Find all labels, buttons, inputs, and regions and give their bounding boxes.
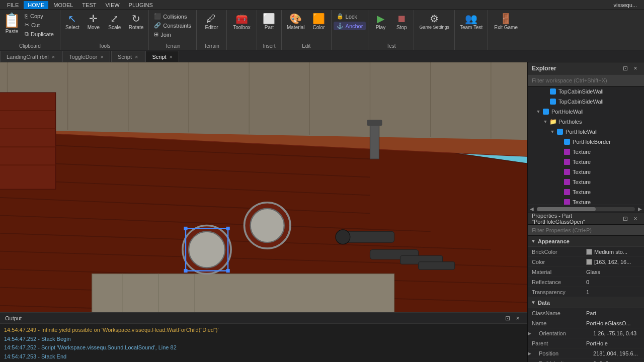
tree-item-topcabinsidewall-1[interactable]: TopCabinSideWall — [528, 86, 644, 97]
tree-item-portholewall-child[interactable]: ▼ PortHoleWall — [528, 127, 644, 137]
tree-label: PortHoleWall — [566, 129, 598, 135]
menu-model[interactable]: MODEL — [49, 1, 77, 9]
tab-close-landingcraft[interactable]: × — [52, 54, 55, 60]
prop-position[interactable]: ▶ Position 2181.004, 195.6... — [528, 348, 644, 358]
menu-file[interactable]: FILE — [3, 1, 23, 9]
viewport[interactable]: Output ⊡ × 14:54:47.249 - Infinite yield… — [0, 62, 527, 362]
prop-parent[interactable]: Parent PortHole — [528, 338, 644, 348]
orientation-expand[interactable]: ▶ — [528, 331, 535, 336]
part-button[interactable]: ⬜ Part — [259, 12, 279, 32]
stop-button[interactable]: ⏹ Stop — [391, 12, 412, 32]
tools-label: Tools — [62, 43, 146, 49]
scroll-left-button[interactable]: ◀ — [528, 205, 536, 213]
svg-rect-45 — [226, 269, 230, 273]
menu-test[interactable]: TEST — [78, 1, 100, 9]
scroll-track[interactable] — [537, 207, 635, 211]
copy-button[interactable]: ⎘ Copy — [22, 12, 57, 20]
select-button[interactable]: ↖ Select — [62, 12, 83, 32]
prop-brickcolor[interactable]: BrickColor Medium sto... — [528, 247, 644, 257]
prop-value-rotvelocity: 0, 0, 0 — [590, 360, 644, 363]
color-button[interactable]: 🟧 Color — [309, 12, 329, 32]
menu-bar: FILE HOME MODEL TEST VIEW PLUGINS visseq… — [0, 0, 644, 10]
tree-label: Texture — [573, 179, 591, 185]
properties-filter-input[interactable] — [532, 227, 640, 233]
tab-landingcraft[interactable]: LandingCraft.rbxl × — [0, 51, 61, 62]
output-content: 14:54:47.249 - Infinite yield possible o… — [0, 324, 527, 362]
explorer-filter-input[interactable] — [532, 77, 640, 83]
prop-transparency[interactable]: Transparency 1 — [528, 287, 644, 297]
data-section-header[interactable]: ▼ Data — [528, 297, 644, 308]
prop-name[interactable]: Name PortHoleGlassO... — [528, 318, 644, 328]
folder-icon: 📁 — [549, 118, 557, 126]
exit-game-button[interactable]: 🚪 Exit Game — [491, 12, 521, 32]
join-button[interactable]: ⊞ Join — [151, 30, 174, 39]
prop-value-position: 2181.004, 195.6... — [590, 350, 644, 356]
move-button[interactable]: ✛ Move — [84, 12, 104, 32]
scroll-right-button[interactable]: ▶ — [636, 205, 644, 213]
output-close-button[interactable]: × — [513, 314, 522, 323]
brick-icon — [563, 138, 571, 146]
prop-orientation[interactable]: ▶ Orientation 1.26, -75.16, 0.43 — [528, 328, 644, 338]
menu-home[interactable]: HOME — [24, 1, 48, 9]
game-settings-button[interactable]: ⚙ Game Settings — [416, 12, 452, 31]
duplicate-button[interactable]: ⧉ Duplicate — [22, 30, 57, 38]
team-test-button[interactable]: 👥 Team Test — [457, 12, 486, 32]
menu-view[interactable]: VIEW — [101, 1, 123, 9]
tree-horizontal-scroll[interactable]: ◀ ▶ — [528, 205, 644, 213]
explorer-close-button[interactable]: × — [631, 64, 640, 73]
play-button[interactable]: ▶ Play — [370, 12, 390, 32]
prop-value-parent: PortHole — [583, 340, 644, 346]
tab-close-toggledoor[interactable]: × — [100, 54, 103, 60]
tab-label: ToggleDoor — [69, 54, 97, 60]
lock-button[interactable]: 🔒 Lock — [334, 12, 360, 21]
paste-button[interactable]: 📋 Paste — [3, 12, 21, 34]
ribbon: 📋 Paste ⎘ Copy ✂ Cut ⧉ Duplicate Clipboa… — [0, 10, 644, 50]
svg-point-36 — [189, 231, 225, 267]
editor-button[interactable]: 🖊 Editor — [201, 12, 221, 32]
output-title: Output — [5, 315, 22, 321]
explorer-float-button[interactable]: ⊡ — [621, 64, 630, 73]
prop-reflectance[interactable]: Reflectance 0 — [528, 277, 644, 287]
cut-button[interactable]: ✂ Cut — [22, 21, 57, 29]
tab-close-script2[interactable]: × — [170, 54, 173, 60]
position-expand[interactable]: ▶ — [528, 351, 535, 356]
prop-name-position: Position — [535, 350, 590, 356]
properties-close-button[interactable]: × — [631, 214, 640, 223]
collisions-button[interactable]: ⬛ Collisions — [151, 12, 190, 21]
prop-classname[interactable]: ClassName Part — [528, 308, 644, 318]
prop-color[interactable]: Color [163, 162, 16... — [528, 257, 644, 267]
toolbox-button[interactable]: 🧰 Toolbox — [230, 12, 253, 32]
prop-value-classname: Part — [583, 310, 644, 316]
tab-script-2[interactable]: Script × — [145, 51, 179, 62]
lock-anchor-group: 🔒 Lock ⚓ Anchor — [332, 10, 369, 50]
properties-float-button[interactable]: ⊡ — [621, 214, 630, 223]
rotate-button[interactable]: ↻ Rotate — [126, 12, 146, 32]
material-button[interactable]: 🎨 Material — [284, 12, 308, 32]
terrain-label: Terrain — [151, 43, 194, 49]
tree-item-texture-2[interactable]: Texture — [528, 157, 644, 167]
explorer-header: Explorer ⊡ × — [528, 62, 644, 74]
tab-toggledoor[interactable]: ToggleDoor × — [62, 51, 110, 62]
tab-bar: LandingCraft.rbxl × ToggleDoor × Script … — [0, 50, 644, 62]
prop-rotvelocity[interactable]: ▶ RotVelocity 0, 0, 0 — [528, 358, 644, 362]
appearance-section-header[interactable]: ▼ Appearance — [528, 236, 644, 247]
prop-material[interactable]: Material Glass — [528, 267, 644, 277]
tree-item-portholes-folder[interactable]: ▼ 📁 Portholes — [528, 117, 644, 127]
tab-close-script1[interactable]: × — [135, 54, 138, 60]
menu-plugins[interactable]: PLUGINS — [125, 1, 157, 9]
tree-item-topcabinsidewall-2[interactable]: TopCabinSideWall — [528, 97, 644, 107]
tree-item-texture-5[interactable]: Texture — [528, 187, 644, 197]
prop-value-color: [163, 162, 16... — [583, 259, 644, 265]
tree-item-texture-3[interactable]: Texture — [528, 167, 644, 177]
scale-button[interactable]: ⤢ Scale — [105, 12, 125, 32]
constraints-button[interactable]: 🔗 Constraints — [151, 21, 194, 30]
tree-item-texture-4[interactable]: Texture — [528, 177, 644, 187]
prop-name-orientation: Orientation — [535, 330, 590, 336]
tree-item-portholewall-root[interactable]: ▼ PortHoleWall — [528, 107, 644, 117]
anchor-button[interactable]: ⚓ Anchor — [334, 22, 366, 30]
tree-item-texture-1[interactable]: Texture — [528, 147, 644, 157]
properties-content: ▼ Appearance BrickColor Medium sto... Co… — [528, 236, 644, 362]
tree-item-portholeborder[interactable]: PortHoleBorder — [528, 137, 644, 147]
tab-script-1[interactable]: Script × — [111, 51, 145, 62]
output-float-button[interactable]: ⊡ — [503, 314, 512, 323]
